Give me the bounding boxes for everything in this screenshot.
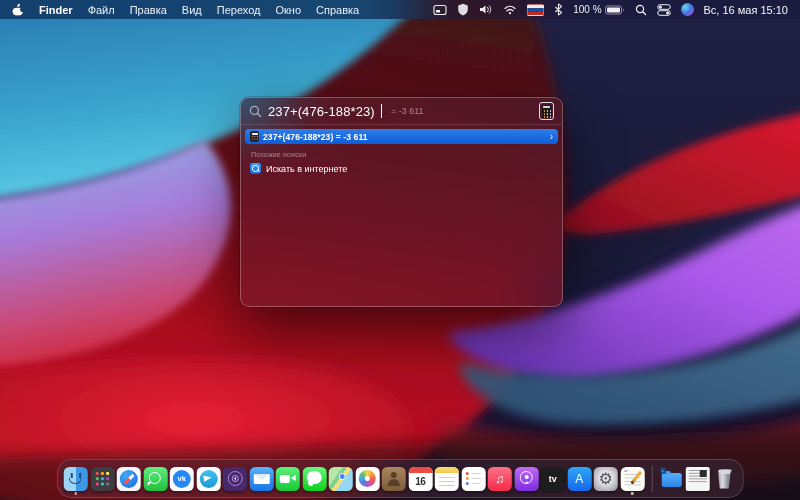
menu-window[interactable]: Окно [275,4,301,16]
volume-icon[interactable] [479,4,493,15]
shield-icon[interactable] [457,3,469,16]
menu-bar: Finder Файл Правка Вид Переход Окно Спра… [0,0,800,19]
dock-telegram-icon[interactable] [196,467,220,491]
wifi-icon[interactable] [503,4,517,15]
dock-contacts-icon[interactable] [382,467,406,491]
dock: vk 16 ♫ tv A ⚙ “ ↓ [57,459,744,498]
dock-textedit-icon[interactable]: “ [620,467,644,491]
web-search-label: Искать в интернете [266,164,347,174]
spotlight-search-field[interactable]: 237+(476-188*23) = -3 611 [241,98,562,124]
menu-app-finder[interactable]: Finder [39,4,73,16]
menu-help[interactable]: Справка [316,4,359,16]
dock-facetime-icon[interactable] [276,467,300,491]
dock-notes-icon[interactable] [435,467,459,491]
dock-app-store-icon[interactable]: A [567,467,591,491]
dock-safari-icon[interactable] [117,467,141,491]
spotlight-web-search-row[interactable]: Искать в интернете [241,160,562,177]
dock-launchpad-icon[interactable] [90,467,114,491]
dock-trash-icon[interactable] [712,467,736,491]
dock-calendar-icon[interactable]: 16 [408,467,432,491]
dock-recent-document-icon[interactable] [686,467,710,491]
battery-status[interactable]: 100 % [573,4,624,15]
web-search-icon [250,163,261,174]
dock-system-preferences-icon[interactable]: ⚙ [594,467,618,491]
spotlight-icon[interactable] [635,4,647,16]
spotlight-section-label: Похожие поиски [251,151,552,158]
dock-whatsapp-icon[interactable] [143,467,167,491]
desktop: Finder Файл Правка Вид Переход Окно Спра… [0,0,800,500]
battery-percent-label: 100 % [573,4,601,15]
dock-vk-icon[interactable]: vk [170,467,194,491]
calculator-icon [539,102,554,120]
dock-separator [651,466,652,492]
search-icon [249,105,262,118]
display-icon[interactable] [433,4,447,16]
divider [241,124,562,125]
dock-photos-icon[interactable] [355,467,379,491]
menu-view[interactable]: Вид [182,4,202,16]
dock-mail-icon[interactable] [249,467,273,491]
dock-tor-browser-icon[interactable] [223,467,247,491]
apple-menu-icon[interactable] [12,3,24,17]
menu-file[interactable]: Файл [88,4,115,16]
spotlight-query-text: 237+(476-188*23) [268,104,375,119]
top-hit-label: 237+(476-188*23) = -3 611 [263,132,368,142]
menu-go[interactable]: Переход [217,4,261,16]
spotlight-top-hit-row[interactable]: 237+(476-188*23) = -3 611 › [245,129,558,144]
bluetooth-icon[interactable] [554,3,563,16]
menu-bar-clock[interactable]: Вс, 16 мая 15:10 [704,4,788,16]
dock-music-icon[interactable]: ♫ [488,467,512,491]
running-indicator [74,492,77,495]
spotlight-window: 237+(476-188*23) = -3 611 237+(476-188*2… [240,97,563,307]
calculator-mini-icon [250,131,259,142]
running-indicator [631,492,634,495]
dock-apple-tv-icon[interactable]: tv [541,467,565,491]
spotlight-inline-result: = -3 611 [391,106,424,116]
dock-podcasts-icon[interactable] [514,467,538,491]
input-language-flag-icon[interactable] [527,4,544,16]
dock-maps-icon[interactable] [329,467,353,491]
battery-icon [605,5,625,15]
text-caret [381,104,382,118]
dock-finder-icon[interactable] [64,467,88,491]
menu-edit[interactable]: Правка [130,4,167,16]
dock-messages-icon[interactable] [302,467,326,491]
dock-downloads-folder-icon[interactable]: ↓ [659,467,683,491]
dock-reminders-icon[interactable] [461,467,485,491]
siri-icon[interactable] [681,3,694,16]
control-center-icon[interactable] [657,4,671,16]
chevron-right-icon: › [550,132,553,142]
